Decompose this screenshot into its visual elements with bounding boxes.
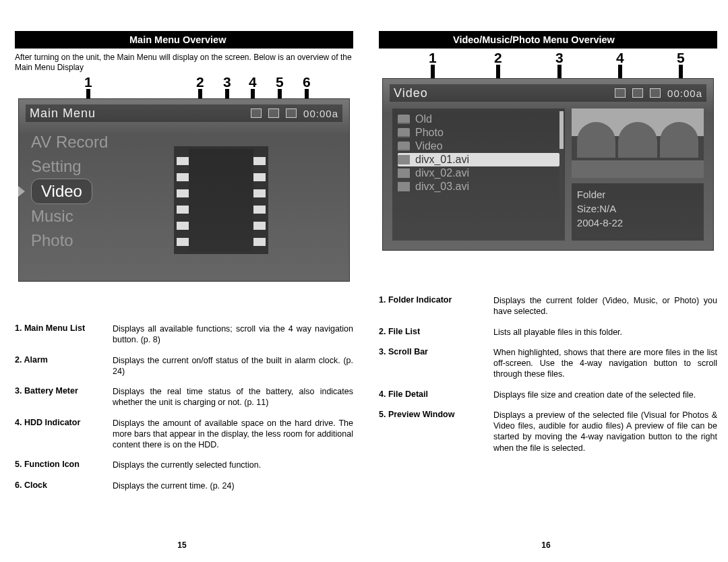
- legend-term: 3. Scroll Bar: [379, 347, 493, 380]
- shot-title: Main Menu: [26, 106, 251, 121]
- legend-desc: Displays all available functions; scroll…: [113, 323, 353, 346]
- legend-desc: Displays the real time status of the bat…: [113, 386, 353, 408]
- right-stack: Folder Size:N/A 2004-8-22: [572, 108, 704, 241]
- shot-topbar: Main Menu 00:00a: [26, 104, 342, 122]
- legend-term: 5. Preview Window: [379, 410, 493, 454]
- callout-3: 3: [555, 50, 564, 66]
- callout-3: 3: [223, 74, 231, 90]
- topbar-icons: 00:00a: [615, 88, 706, 99]
- alarm-icon: [251, 108, 262, 118]
- intro-text: After turning on the unit, the Main Menu…: [15, 53, 353, 73]
- menu-item: Photo: [31, 228, 108, 253]
- section-header: Video/Music/Photo Menu Overview: [379, 31, 717, 49]
- callout-2: 2: [494, 50, 502, 66]
- legend-desc: Displays the amount of available space o…: [113, 418, 353, 451]
- callout-4: 4: [616, 50, 624, 66]
- legend-left: 1. Main Menu List Displays all available…: [15, 323, 353, 501]
- file-list: Old Photo Video divx_01.avi divx_02.avi …: [392, 108, 565, 241]
- legend-row: 3. Scroll Bar When highlighted, shows th…: [379, 347, 717, 380]
- section-header-text: Video/Music/Photo Menu Overview: [453, 34, 615, 45]
- page-right: Video/Music/Photo Menu Overview 1 2 3 4 …: [364, 0, 728, 562]
- legend-term: 5. Function Icon: [15, 460, 113, 470]
- main-menu-list: AV Record Setting Video Music Photo: [31, 130, 108, 253]
- legend-term: 2. Alarm: [15, 355, 113, 377]
- preview-image: [577, 122, 698, 158]
- file-row: Video: [398, 139, 559, 153]
- function-icon: [174, 146, 268, 254]
- menu-item-selected: Video: [31, 179, 92, 204]
- legend-row: 5. Function Icon Displays the currently …: [15, 460, 353, 470]
- legend-desc: Displays the current folder (Video, Musi…: [493, 295, 717, 317]
- battery-icon: [268, 108, 279, 118]
- clock-text: 00:00a: [303, 108, 338, 119]
- clock-text: 00:00a: [667, 88, 702, 99]
- callout-1: 1: [429, 50, 437, 66]
- hdd-icon: [650, 88, 661, 98]
- legend-row: 1. Main Menu List Displays all available…: [15, 323, 353, 346]
- folder-icon: [398, 115, 410, 124]
- legend-row: 5. Preview Window Displays a preview of …: [379, 410, 717, 454]
- main-menu-screenshot: Main Menu 00:00a AV Record Setting Video…: [18, 98, 350, 282]
- legend-desc: Displays the current on/off status of th…: [113, 355, 353, 377]
- video-menu-screenshot: Video 00:00a Old Photo Video divx_01.avi: [382, 78, 714, 251]
- file-row-selected: divx_01.avi: [398, 153, 559, 166]
- legend-term: 1. Folder Indicator: [379, 295, 493, 317]
- legend-desc: Lists all playable files in this folder.: [493, 327, 717, 338]
- menu-item: AV Record: [31, 130, 108, 154]
- legend-desc: Displays the current time. (p. 24): [113, 480, 353, 491]
- legend-term: 1. Main Menu List: [15, 323, 113, 346]
- legend-desc: Displays the currently selected function…: [113, 460, 353, 470]
- topbar-icons: 00:00a: [251, 108, 342, 119]
- video-menu-diagram: 1 2 3 4 5 Video 00:00a: [380, 53, 717, 263]
- manual-spread: Main Menu Overview After turning on the …: [0, 0, 728, 562]
- file-icon: [398, 182, 410, 191]
- legend-row: 6. Clock Displays the current time. (p. …: [15, 480, 353, 491]
- page-left: Main Menu Overview After turning on the …: [0, 0, 364, 562]
- file-row: divx_02.avi: [398, 166, 559, 180]
- page-number: 16: [364, 540, 728, 550]
- video-body: Old Photo Video divx_01.avi divx_02.avi …: [392, 108, 704, 241]
- legend-desc: Displays a preview of the selected file …: [493, 410, 717, 454]
- legend-desc: When highlighted, shows that there are m…: [493, 347, 717, 380]
- legend-term: 4. File Detail: [379, 389, 493, 400]
- file-icon: [398, 155, 410, 164]
- legend-row: 3. Battery Meter Displays the real time …: [15, 386, 353, 408]
- legend-row: 1. Folder Indicator Displays the current…: [379, 295, 717, 317]
- legend-term: 6. Clock: [15, 480, 113, 491]
- battery-icon: [632, 88, 643, 98]
- legend-desc: Displays file size and creation date of …: [493, 389, 717, 400]
- callout-4: 4: [249, 74, 257, 90]
- legend-term: 3. Battery Meter: [15, 386, 113, 408]
- callout-5: 5: [677, 50, 685, 66]
- legend-row: 2. File List Lists all playable files in…: [379, 327, 717, 338]
- legend-term: 2. File List: [379, 327, 493, 338]
- callout-2: 2: [196, 74, 204, 90]
- shot-topbar: Video 00:00a: [390, 84, 706, 102]
- callout-6: 6: [303, 74, 311, 90]
- section-header-text: Main Menu Overview: [129, 34, 226, 45]
- callout-row: 1 2 3 4 5 6: [16, 77, 353, 98]
- legend-row: 2. Alarm Displays the current on/off sta…: [15, 355, 353, 377]
- callout-1: 1: [84, 74, 92, 90]
- preview-window: [572, 108, 704, 178]
- alarm-icon: [615, 88, 626, 98]
- legend-row: 4. File Detail Displays file size and cr…: [379, 389, 717, 400]
- main-menu-diagram: 1 2 3 4 5 6 Main Menu: [16, 77, 353, 291]
- legend-row: 4. HDD Indicator Displays the amount of …: [15, 418, 353, 451]
- folder-icon: [398, 128, 410, 137]
- file-icon: [398, 168, 410, 178]
- file-row: divx_03.avi: [398, 180, 559, 193]
- file-row: Old: [398, 113, 559, 126]
- scroll-bar: [559, 111, 564, 238]
- legend-right: 1. Folder Indicator Displays the current…: [379, 295, 717, 463]
- folder-icon: [398, 142, 410, 151]
- menu-item: Music: [31, 204, 108, 228]
- callout-row: 1 2 3 4 5: [380, 53, 717, 74]
- legend-term: 4. HDD Indicator: [15, 418, 113, 451]
- menu-item: Setting: [31, 154, 108, 179]
- hdd-icon: [286, 108, 297, 118]
- page-number: 15: [0, 540, 364, 550]
- file-row: Photo: [398, 126, 559, 139]
- callout-5: 5: [276, 74, 284, 90]
- shot-title: Video: [390, 86, 615, 100]
